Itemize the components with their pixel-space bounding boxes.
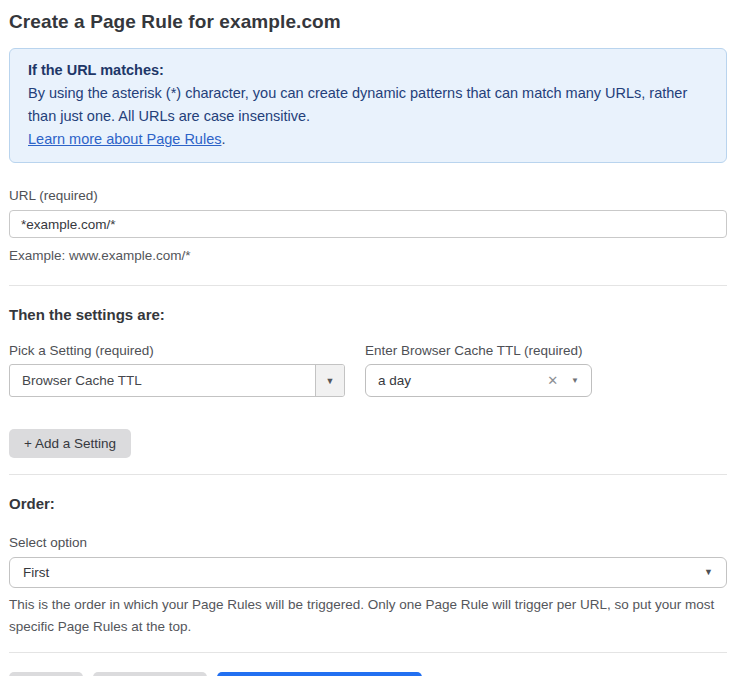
info-box-link-row: Learn more about Page Rules. bbox=[28, 128, 708, 151]
divider bbox=[9, 474, 727, 475]
page-title: Create a Page Rule for example.com bbox=[9, 10, 727, 33]
url-match-info-box: If the URL matches: By using the asteris… bbox=[9, 48, 727, 163]
ttl-select-icons: ✕ ▼ bbox=[547, 374, 579, 387]
pick-setting-select[interactable]: Browser Cache TTL ▼ bbox=[9, 364, 345, 397]
ttl-value: a day bbox=[378, 373, 411, 388]
chevron-down-icon: ▼ bbox=[571, 377, 579, 385]
save-draft-button[interactable]: Save as Draft bbox=[93, 672, 207, 676]
info-box-body: By using the asterisk (*) character, you… bbox=[28, 82, 708, 128]
divider bbox=[9, 652, 727, 653]
order-value: First bbox=[23, 565, 49, 580]
footer-actions: Cancel Save as Draft Save and Deploy Pag… bbox=[9, 672, 727, 676]
info-box-heading: If the URL matches: bbox=[28, 59, 708, 82]
cancel-button[interactable]: Cancel bbox=[9, 672, 83, 676]
pick-setting-label: Pick a Setting (required) bbox=[9, 343, 345, 358]
divider bbox=[9, 285, 727, 286]
ttl-column: Enter Browser Cache TTL (required) a day… bbox=[365, 323, 592, 397]
settings-row: Pick a Setting (required) Browser Cache … bbox=[9, 323, 727, 397]
add-setting-button[interactable]: + Add a Setting bbox=[9, 429, 131, 458]
ttl-select[interactable]: a day ✕ ▼ bbox=[365, 364, 592, 397]
save-deploy-button[interactable]: Save and Deploy Page Rule bbox=[217, 672, 423, 676]
order-section-heading: Order: bbox=[9, 495, 727, 512]
url-helper-text: Example: www.example.com/* bbox=[9, 245, 727, 267]
chevron-down-icon: ▼ bbox=[704, 568, 713, 577]
pick-setting-value: Browser Cache TTL bbox=[22, 373, 142, 388]
order-helper-text: This is the order in which your Page Rul… bbox=[9, 594, 727, 638]
create-page-rule-form: Create a Page Rule for example.com If th… bbox=[0, 0, 736, 676]
clear-icon[interactable]: ✕ bbox=[547, 374, 558, 387]
order-select[interactable]: First ▼ bbox=[9, 557, 727, 588]
link-period: . bbox=[221, 131, 225, 147]
learn-more-link[interactable]: Learn more about Page Rules bbox=[28, 131, 221, 147]
order-label: Select option bbox=[9, 535, 727, 550]
url-label: URL (required) bbox=[9, 188, 727, 203]
chevron-down-icon: ▼ bbox=[315, 365, 344, 396]
url-input[interactable] bbox=[9, 210, 727, 238]
ttl-label: Enter Browser Cache TTL (required) bbox=[365, 343, 592, 358]
settings-section-heading: Then the settings are: bbox=[9, 306, 727, 323]
pick-setting-column: Pick a Setting (required) Browser Cache … bbox=[9, 323, 345, 397]
